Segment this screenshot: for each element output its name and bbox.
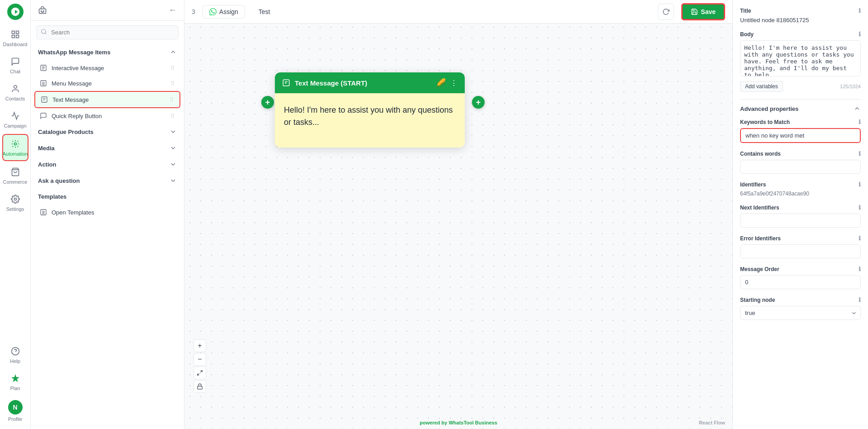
starting-node-select[interactable]: true false — [740, 306, 861, 320]
message-order-info-icon[interactable]: ℹ — [859, 266, 861, 272]
refresh-button[interactable] — [658, 4, 674, 20]
nav-contacts[interactable]: Contacts — [2, 80, 28, 105]
node-count: 3 — [192, 8, 195, 15]
nav-commerce[interactable]: Commerce — [2, 163, 28, 188]
assign-button[interactable]: Assign — [203, 5, 245, 19]
item-interactive[interactable]: Interactive Message ⠿ — [34, 60, 180, 76]
svg-rect-0 — [12, 31, 14, 34]
advanced-header: Advanced properties — [740, 105, 861, 112]
item-quick-reply[interactable]: Quick Reply Button ⠿ — [34, 108, 180, 124]
template-icon — [40, 209, 47, 216]
drag-handle[interactable]: ⠿ — [170, 80, 175, 87]
svg-rect-2 — [12, 35, 14, 38]
identifiers-info-icon[interactable]: ℹ — [859, 181, 861, 188]
node-add-right-button[interactable]: + — [472, 96, 485, 109]
nav-dashboard[interactable]: Dashboard — [2, 25, 28, 51]
next-identifiers-input[interactable] — [740, 214, 861, 228]
save-icon — [691, 8, 698, 15]
whatsapp-section-header[interactable]: WhatsApp Message Items — [31, 44, 184, 60]
chat-icon — [10, 56, 21, 67]
advanced-collapse-button[interactable] — [854, 105, 861, 112]
node-emoji: 🌽 — [436, 78, 446, 88]
help-icon — [10, 346, 21, 357]
search-icon — [41, 29, 47, 37]
node-menu-button[interactable]: ⋮ — [450, 79, 458, 87]
search-box — [36, 25, 179, 39]
title-info-icon[interactable]: ℹ — [859, 7, 861, 14]
error-identifiers-info-icon[interactable]: ℹ — [859, 235, 861, 242]
keywords-input[interactable]: when no key word met — [740, 128, 861, 143]
text-icon — [41, 96, 48, 103]
chevron-down-icon — [170, 177, 177, 184]
lock-button[interactable] — [193, 380, 206, 393]
search-input[interactable] — [36, 25, 179, 39]
zoom-in-button[interactable]: + — [193, 339, 206, 352]
panel-sidebar: ← WhatsApp Message Items Interactive Mes… — [31, 0, 184, 429]
message-order-input[interactable]: 0 — [740, 275, 861, 289]
fit-view-button[interactable] — [193, 367, 206, 379]
topbar: 3 Assign Test Save — [184, 0, 732, 24]
lock-icon — [197, 383, 203, 390]
nav-help[interactable]: Help — [2, 342, 28, 367]
drag-handle[interactable]: ⠿ — [170, 65, 175, 72]
nav-plan[interactable]: Plan — [2, 369, 28, 395]
starting-node-info-icon[interactable]: ℹ — [859, 296, 861, 303]
contains-info-icon[interactable]: ℹ — [859, 150, 861, 157]
drag-handle[interactable]: ⠿ — [170, 113, 175, 119]
next-identifiers-info-icon[interactable]: ℹ — [859, 204, 861, 211]
drag-handle[interactable]: ⠿ — [170, 96, 174, 103]
templates-section-header: Templates — [31, 189, 184, 205]
svg-point-12 — [43, 10, 44, 11]
refresh-icon — [662, 8, 670, 15]
contains-input[interactable] — [740, 160, 861, 174]
chevron-down-icon — [170, 144, 177, 152]
watermark: powered by WhatsTool Business — [420, 420, 497, 425]
campaign-icon — [10, 110, 21, 121]
body-textarea[interactable]: Hello! I'm here to assist you with any q… — [740, 40, 861, 76]
svg-line-14 — [45, 33, 47, 34]
svg-point-5 — [14, 143, 16, 145]
react-flow-label: React Flow — [699, 420, 725, 425]
ask-section-header[interactable]: Ask a question — [31, 172, 184, 189]
node-card: Text Message (START) 🌽 ⋮ Hello! I'm here… — [275, 72, 465, 148]
save-button[interactable]: Save — [681, 3, 725, 20]
nav-profile[interactable]: N Profile — [2, 396, 28, 425]
svg-rect-1 — [16, 31, 19, 34]
nav-automation[interactable]: Automation — [2, 134, 28, 161]
divider — [740, 99, 861, 100]
chevron-down-icon — [170, 128, 177, 135]
action-section-header[interactable]: Action — [31, 156, 184, 172]
svg-point-13 — [42, 29, 46, 33]
rp-body-field: Body ℹ Hello! I'm here to assist you wit… — [740, 31, 861, 92]
svg-line-30 — [200, 371, 202, 372]
test-button[interactable]: Test — [252, 5, 277, 18]
chevron-down-icon — [170, 161, 177, 168]
svg-rect-10 — [39, 9, 46, 13]
item-open-templates[interactable]: Open Templates — [34, 205, 180, 220]
nav-campaign[interactable]: Campaign — [2, 107, 28, 132]
templates-items: Open Templates — [31, 205, 184, 220]
item-menu[interactable]: Menu Message ⠿ — [34, 76, 180, 91]
add-variables-button[interactable]: Add variables — [740, 81, 783, 92]
menu-icon — [40, 80, 47, 87]
nav-settings[interactable]: Settings — [2, 190, 28, 215]
node-add-left-button[interactable]: + — [261, 96, 274, 109]
svg-rect-32 — [198, 386, 203, 389]
commerce-icon — [10, 167, 21, 177]
settings-icon — [10, 194, 21, 205]
nav-chat[interactable]: Chat — [2, 52, 28, 78]
body-info-icon[interactable]: ℹ — [859, 31, 861, 38]
keywords-info-icon[interactable]: ℹ — [859, 119, 861, 125]
back-arrow[interactable]: ← — [169, 5, 177, 15]
rp-identifiers-field: Identifiers ℹ 64f5a7a9e0f2470748acae90 — [740, 181, 861, 197]
catalogue-section-header[interactable]: Catalogue Products — [31, 124, 184, 140]
media-section-header[interactable]: Media — [31, 140, 184, 156]
zoom-out-button[interactable]: − — [193, 353, 206, 366]
whatsapp-icon — [209, 8, 217, 15]
error-identifiers-input[interactable] — [740, 244, 861, 258]
left-nav: Dashboard Chat Contacts Campaign Automat… — [0, 0, 31, 429]
item-text[interactable]: Text Message ⠿ — [34, 91, 180, 108]
node-type-icon — [282, 79, 290, 87]
fit-view-icon — [197, 370, 203, 376]
rp-message-order-field: Message Order ℹ 0 — [740, 266, 861, 289]
